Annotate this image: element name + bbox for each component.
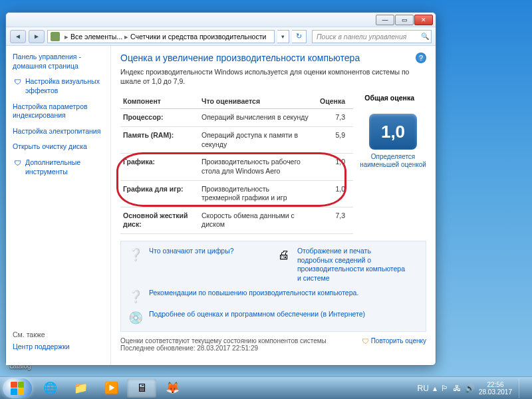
table-row: Графика:Производительность рабочего стол…	[120, 154, 353, 180]
sidebar-visual-effects[interactable]: 🛡Настройка визуальных эффектов	[13, 77, 104, 95]
breadcrumb-part1[interactable]: Все элементы...	[70, 33, 122, 41]
table-row: Память (RAM):Операций доступа к памяти в…	[120, 126, 353, 153]
volume-icon[interactable]: 🔊	[465, 384, 475, 393]
titlebar: — ▭ ✕	[6, 13, 436, 27]
links-section: ❔ Что означают эти цифры? 🖨 Отображение …	[120, 241, 426, 332]
footer-last-update: Последнее обновление: 28.03.2017 22:51:2…	[120, 344, 327, 352]
performance-table: Компонент Что оценивается Оценка Процесс…	[120, 94, 353, 234]
flag-icon[interactable]: 🏳	[441, 384, 449, 393]
network-icon[interactable]: 🖧	[453, 384, 461, 393]
table-row: Процессор:Операций вычисления в секунду7…	[120, 109, 353, 127]
link-what-numbers[interactable]: ❔ Что означают эти цифры?	[126, 247, 259, 283]
breadcrumb-sep: ▸	[124, 33, 128, 41]
taskbar: 🌐 📁 ▶️ 🖥 🦊 RU ▴ 🏳 🖧 🔊 22:56 28.03.2017	[0, 376, 532, 399]
breadcrumb-sep: ▸	[65, 33, 68, 41]
taskbar-mediaplayer[interactable]: ▶️	[96, 379, 126, 398]
sidebar-indexing[interactable]: Настройка параметров индексирования	[13, 102, 104, 120]
sidebar-home[interactable]: Панель управления - домашняя страница	[13, 53, 104, 70]
tray-show-hidden[interactable]: ▴	[433, 384, 437, 393]
printer-icon: 🖨	[275, 247, 293, 263]
content-pane: ? Оценка и увеличение производительности…	[111, 46, 436, 365]
table-row: Графика для игр:Производительность трехм…	[120, 180, 353, 207]
overall-score-panel: Общая оценка 1,0 Определяется наименьшей…	[360, 94, 426, 234]
repeat-assessment-link[interactable]: Повторить оценку	[362, 337, 426, 345]
footer-info: Оценки соответствуют текущему состоянию …	[120, 337, 426, 352]
sidebar: Панель управления - домашняя страница 🛡Н…	[6, 46, 111, 365]
sidebar-power[interactable]: Настройка электропитания	[13, 127, 104, 136]
minimize-button[interactable]: —	[376, 15, 394, 25]
software-icon: 💿	[126, 310, 145, 326]
tray-lang[interactable]: RU	[418, 384, 429, 393]
taskbar-explorer[interactable]: 📁	[66, 379, 95, 398]
start-button[interactable]	[3, 378, 32, 398]
toolbar: ◄ ► ▸ Все элементы... ▸ Счетчики и средс…	[6, 27, 436, 46]
overall-score-caption: Определяется наименьшей оценкой	[360, 153, 426, 169]
table-row: Основной жесткий диск:Скорость обмена да…	[120, 207, 353, 233]
forward-button[interactable]: ►	[29, 30, 45, 43]
breadcrumb[interactable]: ▸ Все элементы... ▸ Счетчики и средства …	[47, 30, 275, 43]
tray-time: 22:56	[479, 381, 512, 388]
help-icon: ❔	[126, 289, 145, 305]
link-learn-more[interactable]: 💿 Подробнее об оценках и программном обе…	[126, 310, 420, 326]
system-tray: RU ▴ 🏳 🖧 🔊 22:56 28.03.2017	[418, 378, 529, 398]
col-score: Оценка	[312, 94, 353, 109]
overall-header: Общая оценка	[364, 94, 414, 102]
show-desktop-button[interactable]	[519, 378, 525, 398]
help-icon: ❔	[126, 247, 145, 263]
close-button[interactable]: ✕	[414, 15, 433, 25]
performance-layout: Компонент Что оценивается Оценка Процесс…	[120, 94, 426, 234]
breadcrumb-dropdown[interactable]: ▾	[277, 30, 289, 43]
link-recommendations[interactable]: ❔ Рекомендации по повышению производител…	[126, 289, 420, 305]
windows-logo-icon	[11, 382, 24, 395]
tray-clock[interactable]: 22:56 28.03.2017	[479, 381, 512, 396]
tray-date: 28.03.2017	[479, 388, 512, 396]
col-what: Что оценивается	[199, 94, 312, 109]
taskbar-firefox[interactable]: 🦊	[158, 379, 187, 398]
footer-status: Оценки соответствуют текущему состоянию …	[120, 337, 327, 344]
taskbar-ie[interactable]: 🌐	[35, 379, 65, 398]
page-title: Оценка и увеличение производительности к…	[120, 53, 426, 63]
overall-score-value: 1,0	[369, 114, 417, 150]
sidebar-seealso: См. также	[13, 331, 104, 338]
taskbar-control-panel[interactable]: 🖥	[127, 379, 156, 398]
maximize-button[interactable]: ▭	[395, 15, 414, 25]
col-component: Компонент	[120, 94, 199, 109]
sidebar-additional-tools[interactable]: 🛡Дополнительные инструменты	[13, 158, 104, 176]
back-button[interactable]: ◄	[10, 30, 26, 43]
control-panel-icon	[51, 32, 60, 41]
sidebar-disk-cleanup[interactable]: Открыть очистку диска	[13, 142, 104, 152]
breadcrumb-part2[interactable]: Счетчики и средства производительности	[130, 33, 266, 41]
window-body: Панель управления - домашняя страница 🛡Н…	[6, 46, 436, 365]
sidebar-support-center[interactable]: Центр поддержки	[13, 342, 104, 352]
link-print-info[interactable]: 🖨 Отображение и печать подробных сведени…	[275, 247, 407, 283]
shield-icon: 🛡	[13, 158, 22, 168]
refresh-button[interactable]: ↻	[292, 30, 307, 43]
help-icon[interactable]: ?	[416, 53, 426, 63]
shield-icon: 🛡	[13, 77, 22, 86]
control-panel-window: — ▭ ✕ ◄ ► ▸ Все элементы... ▸ Счетчики и…	[5, 12, 436, 366]
page-description: Индекс производительности Windows исполь…	[120, 67, 426, 86]
search-placeholder: Поиск в панели управления	[317, 33, 406, 41]
search-input[interactable]: Поиск в панели управления	[312, 30, 432, 43]
